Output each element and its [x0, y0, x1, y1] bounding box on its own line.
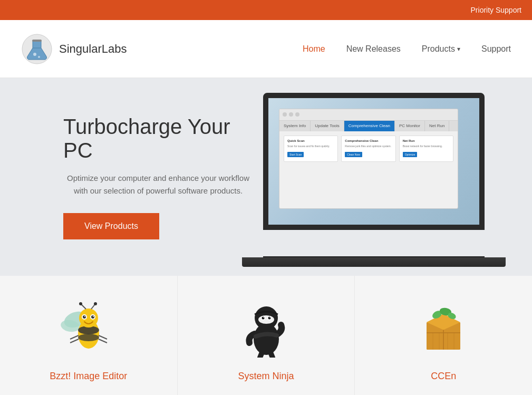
- svg-line-21: [99, 335, 107, 339]
- laptop-app-tab-4: PC Monitor: [395, 121, 425, 131]
- app-card-text-2: Remove junk files and optimize system.: [345, 144, 392, 148]
- svg-point-8: [78, 334, 99, 341]
- priority-support-label: Priority Support: [471, 6, 521, 14]
- laptop-app-titlebar: [279, 109, 458, 121]
- app-card-btn-1[interactable]: Start Scan: [287, 152, 304, 157]
- product-name-ninja: System Ninja: [238, 371, 294, 382]
- logo-text: SingularLabs: [59, 42, 127, 56]
- hero-title: Turbocharge Your PC: [63, 115, 264, 162]
- svg-point-30: [268, 317, 270, 320]
- svg-point-26: [258, 315, 274, 324]
- svg-point-31: [263, 317, 264, 318]
- hero-content: Turbocharge Your PC Optimize your comput…: [0, 115, 264, 239]
- nav-new-releases[interactable]: New Releases: [346, 44, 401, 54]
- product-card-bzzt[interactable]: Bzzt! Image Editor: [0, 276, 178, 395]
- svg-point-2: [33, 53, 36, 56]
- laptop-app-tab-5: Net Run: [425, 121, 449, 131]
- hero-section: Turbocharge Your PC Optimize your comput…: [0, 78, 532, 276]
- hero-laptop-image: System Info Update Tools Comprehensive C…: [226, 78, 532, 276]
- bee-icon: [60, 300, 118, 358]
- laptop-app-card-3: Net Run Boost network for faster browsin…: [399, 136, 453, 162]
- titlebar-dot-1: [283, 112, 287, 117]
- svg-point-9: [79, 309, 98, 327]
- svg-point-3: [38, 56, 40, 58]
- app-card-title-2: Comprehensive Clean: [345, 139, 392, 142]
- app-card-text-1: Scan for issues and fix them quickly.: [287, 144, 334, 148]
- product-card-ninja[interactable]: System Ninja: [178, 276, 355, 395]
- ninja-icon-area: [235, 297, 298, 360]
- laptop-app-window: System Info Update Tools Comprehensive C…: [279, 109, 458, 209]
- svg-line-22: [70, 339, 79, 343]
- chevron-down-icon: ▾: [457, 45, 460, 53]
- laptop-app-body: Quick Scan Scan for issues and fix them …: [279, 131, 458, 166]
- product-card-ccen[interactable]: CCEn: [355, 276, 532, 395]
- svg-rect-1: [32, 40, 42, 42]
- svg-point-14: [84, 316, 85, 317]
- laptop-base: [242, 257, 506, 267]
- svg-point-19: [94, 302, 97, 305]
- product-name-ccen: CCEn: [431, 371, 456, 382]
- svg-point-15: [93, 316, 94, 317]
- app-card-btn-2[interactable]: Clean Now: [345, 152, 362, 157]
- hero-subtitle: Optimize your computer and enhance your …: [63, 172, 253, 197]
- svg-point-29: [262, 317, 264, 320]
- bzzt-icon-area: [57, 297, 120, 360]
- ccen-icon-area: [412, 297, 475, 360]
- laptop-app-card-2: Comprehensive Clean Remove junk files an…: [341, 136, 395, 162]
- laptop-app-card-1: Quick Scan Scan for issues and fix them …: [284, 136, 338, 162]
- app-card-title-3: Net Run: [403, 139, 450, 142]
- products-section: Bzzt! Image Editor: [0, 276, 532, 395]
- svg-point-17: [79, 302, 82, 305]
- titlebar-dot-3: [295, 112, 299, 117]
- product-name-bzzt: Bzzt! Image Editor: [50, 371, 127, 382]
- laptop-screen: System Info Update Tools Comprehensive C…: [263, 93, 485, 230]
- laptop-screen-inner: System Info Update Tools Comprehensive C…: [268, 98, 479, 225]
- main-nav: Home New Releases Products ▾ Support: [303, 44, 511, 54]
- svg-line-23: [99, 339, 107, 343]
- top-bar: Priority Support: [0, 0, 532, 20]
- logo-icon: [21, 33, 53, 65]
- logo-area: SingularLabs: [21, 33, 303, 65]
- laptop-app-tab-3: Comprehensive Clean: [344, 121, 395, 131]
- nav-support[interactable]: Support: [481, 44, 511, 54]
- view-products-button[interactable]: View Products: [63, 213, 159, 239]
- svg-point-13: [91, 315, 94, 319]
- titlebar-dot-2: [289, 112, 293, 117]
- svg-line-20: [70, 335, 79, 339]
- app-card-title-1: Quick Scan: [287, 139, 334, 142]
- laptop-app-tab-2: Update Tools: [311, 121, 344, 131]
- box-icon: [422, 302, 465, 355]
- laptop-app-tab-1: System Info: [279, 121, 311, 131]
- nav-home[interactable]: Home: [303, 44, 325, 54]
- ninja-icon: [240, 300, 293, 358]
- laptop-container: System Info Update Tools Comprehensive C…: [242, 88, 516, 267]
- header: SingularLabs Home New Releases Products …: [0, 20, 532, 78]
- svg-point-12: [83, 315, 86, 319]
- app-card-text-3: Boost network for faster browsing.: [403, 144, 450, 148]
- nav-products[interactable]: Products ▾: [422, 44, 460, 54]
- laptop-app-tabs: System Info Update Tools Comprehensive C…: [279, 121, 458, 131]
- app-card-btn-3[interactable]: Optimize: [403, 152, 418, 157]
- svg-point-32: [269, 317, 270, 318]
